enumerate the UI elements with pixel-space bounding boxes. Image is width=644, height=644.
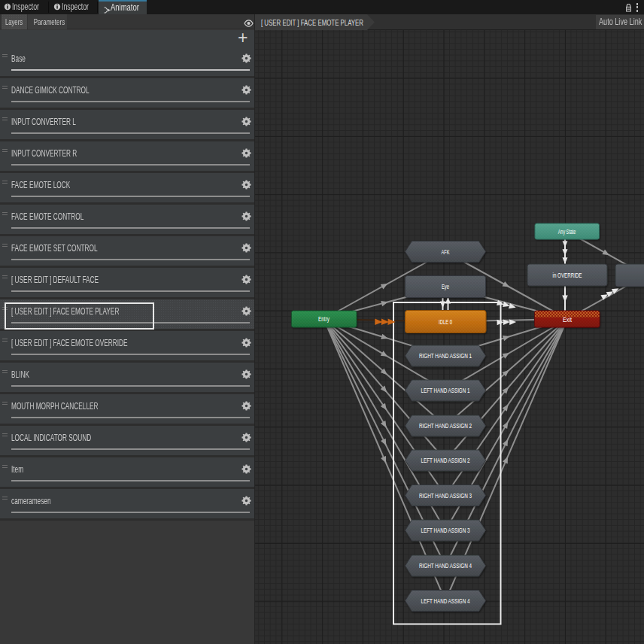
svg-text:Entry: Entry [318,315,330,323]
svg-text:RIGHT HAND ASSIGN 3: RIGHT HAND ASSIGN 3 [419,492,472,500]
svg-text:AFK: AFK [442,248,450,256]
svg-text:Any State: Any State [558,228,576,235]
svg-text:LEFT HAND ASSIGN 4: LEFT HAND ASSIGN 4 [421,597,470,605]
svg-text:LEFT HAND ASSIGN 2: LEFT HAND ASSIGN 2 [421,457,470,464]
svg-text:LEFT HAND ASSIGN 1: LEFT HAND ASSIGN 1 [421,387,470,394]
svg-text:Exit: Exit [563,316,572,324]
svg-text:LEFT HAND ASSIGN 3: LEFT HAND ASSIGN 3 [421,527,470,534]
svg-text:RIGHT HAND ASSIGN 1: RIGHT HAND ASSIGN 1 [419,352,472,360]
svg-text:in OVERRIDE: in OVERRIDE [553,272,582,279]
svg-text:RIGHT HAND ASSIGN 2: RIGHT HAND ASSIGN 2 [419,422,472,430]
svg-text:[ USER EDIT ] FACE EMOTE PLAYE: [ USER EDIT ] FACE EMOTE PLAYER [261,18,363,27]
svg-text:Eye: Eye [442,283,449,290]
svg-text:RIGHT HAND ASSIGN 4: RIGHT HAND ASSIGN 4 [419,562,472,570]
svg-text:IDLE 0: IDLE 0 [439,318,452,326]
